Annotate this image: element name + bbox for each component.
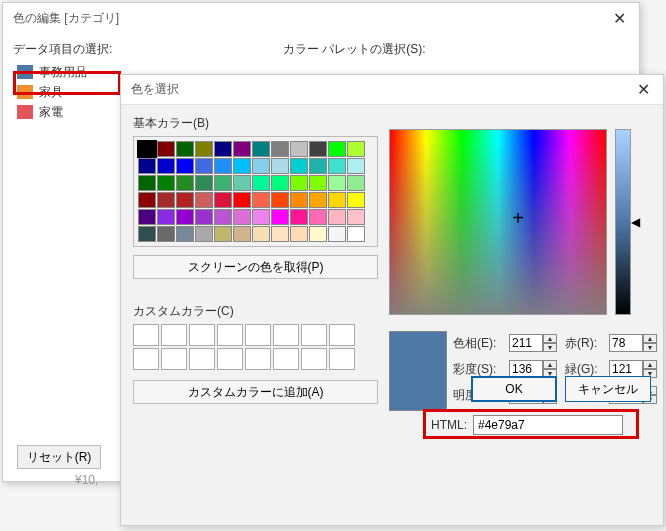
basic-color-swatch[interactable] bbox=[328, 192, 346, 208]
custom-color-slot[interactable] bbox=[273, 348, 299, 370]
basic-color-swatch[interactable] bbox=[157, 141, 175, 157]
basic-color-swatch[interactable] bbox=[271, 158, 289, 174]
basic-color-swatch[interactable] bbox=[328, 175, 346, 191]
basic-color-swatch[interactable] bbox=[309, 192, 327, 208]
basic-color-swatch[interactable] bbox=[252, 209, 270, 225]
spin-down-icon[interactable]: ▼ bbox=[543, 343, 557, 352]
basic-color-swatch[interactable] bbox=[290, 175, 308, 191]
basic-color-swatch[interactable] bbox=[157, 192, 175, 208]
pick-screen-color-button[interactable]: スクリーンの色を取得(P) bbox=[133, 255, 378, 279]
basic-color-swatch[interactable] bbox=[157, 175, 175, 191]
custom-color-slot[interactable] bbox=[273, 324, 299, 346]
custom-color-slot[interactable] bbox=[301, 324, 327, 346]
basic-color-swatch[interactable] bbox=[138, 209, 156, 225]
custom-color-slot[interactable] bbox=[329, 348, 355, 370]
basic-color-swatch[interactable] bbox=[290, 158, 308, 174]
basic-color-swatch[interactable] bbox=[195, 158, 213, 174]
custom-color-slot[interactable] bbox=[329, 324, 355, 346]
basic-color-swatch[interactable] bbox=[214, 141, 232, 157]
html-color-input[interactable] bbox=[473, 415, 623, 435]
basic-color-swatch[interactable] bbox=[195, 209, 213, 225]
basic-color-swatch[interactable] bbox=[347, 192, 365, 208]
basic-color-swatch[interactable] bbox=[252, 141, 270, 157]
custom-color-slot[interactable] bbox=[245, 324, 271, 346]
red-stepper[interactable]: ▲▼ bbox=[609, 334, 657, 352]
basic-color-swatch[interactable] bbox=[271, 192, 289, 208]
basic-color-swatch[interactable] bbox=[271, 209, 289, 225]
basic-color-swatch[interactable] bbox=[195, 226, 213, 242]
hue-stepper[interactable]: ▲▼ bbox=[509, 334, 557, 352]
basic-color-swatch[interactable] bbox=[233, 141, 251, 157]
basic-color-swatch[interactable] bbox=[290, 209, 308, 225]
basic-color-swatch[interactable] bbox=[290, 141, 308, 157]
spin-up-icon[interactable]: ▲ bbox=[543, 360, 557, 369]
basic-color-swatch[interactable] bbox=[347, 209, 365, 225]
basic-color-swatch[interactable] bbox=[328, 141, 346, 157]
add-custom-color-button[interactable]: カスタムカラーに追加(A) bbox=[133, 380, 378, 404]
basic-color-swatch[interactable] bbox=[309, 158, 327, 174]
basic-color-swatch[interactable] bbox=[347, 158, 365, 174]
custom-color-slot[interactable] bbox=[217, 324, 243, 346]
basic-color-swatch[interactable] bbox=[138, 175, 156, 191]
custom-color-slot[interactable] bbox=[133, 348, 159, 370]
basic-color-swatch[interactable] bbox=[214, 158, 232, 174]
custom-color-slot[interactable] bbox=[217, 348, 243, 370]
basic-color-swatch[interactable] bbox=[195, 192, 213, 208]
spin-up-icon[interactable]: ▲ bbox=[643, 360, 657, 369]
custom-color-slot[interactable] bbox=[161, 348, 187, 370]
basic-color-swatch[interactable] bbox=[347, 226, 365, 242]
basic-color-swatch[interactable] bbox=[138, 192, 156, 208]
basic-color-swatch[interactable] bbox=[214, 175, 232, 191]
hue-sat-field[interactable]: + bbox=[389, 129, 607, 315]
custom-color-slot[interactable] bbox=[133, 324, 159, 346]
basic-color-swatch[interactable] bbox=[138, 141, 156, 157]
basic-color-swatch[interactable] bbox=[271, 175, 289, 191]
value-slider[interactable] bbox=[615, 129, 631, 315]
basic-color-swatch[interactable] bbox=[309, 175, 327, 191]
close-icon[interactable]: ✕ bbox=[623, 75, 663, 105]
ok-button[interactable]: OK bbox=[471, 376, 557, 402]
basic-color-swatch[interactable] bbox=[233, 192, 251, 208]
basic-color-swatch[interactable] bbox=[290, 192, 308, 208]
basic-color-swatch[interactable] bbox=[309, 209, 327, 225]
basic-color-swatch[interactable] bbox=[290, 226, 308, 242]
custom-color-slot[interactable] bbox=[245, 348, 271, 370]
basic-color-swatch[interactable] bbox=[252, 158, 270, 174]
basic-color-swatch[interactable] bbox=[176, 141, 194, 157]
basic-color-swatch[interactable] bbox=[176, 158, 194, 174]
basic-color-swatch[interactable] bbox=[309, 141, 327, 157]
red-input[interactable] bbox=[609, 334, 643, 352]
basic-color-swatch[interactable] bbox=[157, 158, 175, 174]
basic-color-swatch[interactable] bbox=[347, 141, 365, 157]
basic-color-swatch[interactable] bbox=[138, 158, 156, 174]
basic-color-swatch[interactable] bbox=[233, 209, 251, 225]
basic-color-swatch[interactable] bbox=[195, 175, 213, 191]
basic-color-swatch[interactable] bbox=[328, 209, 346, 225]
basic-color-swatch[interactable] bbox=[157, 209, 175, 225]
spin-up-icon[interactable]: ▲ bbox=[643, 334, 657, 343]
basic-color-swatch[interactable] bbox=[328, 226, 346, 242]
spin-up-icon[interactable]: ▲ bbox=[543, 334, 557, 343]
basic-color-swatch[interactable] bbox=[176, 175, 194, 191]
custom-color-slot[interactable] bbox=[189, 348, 215, 370]
basic-color-swatch[interactable] bbox=[252, 192, 270, 208]
basic-color-swatch[interactable] bbox=[214, 209, 232, 225]
basic-color-swatch[interactable] bbox=[309, 226, 327, 242]
basic-color-swatch[interactable] bbox=[328, 158, 346, 174]
basic-color-swatch[interactable] bbox=[271, 226, 289, 242]
basic-color-swatch[interactable] bbox=[157, 226, 175, 242]
basic-color-swatch[interactable] bbox=[233, 226, 251, 242]
basic-color-swatch[interactable] bbox=[214, 226, 232, 242]
basic-color-swatch[interactable] bbox=[176, 226, 194, 242]
basic-color-swatch[interactable] bbox=[347, 175, 365, 191]
reset-button[interactable]: リセット(R) bbox=[17, 445, 101, 469]
basic-color-swatch[interactable] bbox=[233, 158, 251, 174]
basic-color-swatch[interactable] bbox=[271, 141, 289, 157]
custom-color-slot[interactable] bbox=[161, 324, 187, 346]
basic-color-swatch[interactable] bbox=[195, 141, 213, 157]
custom-color-slot[interactable] bbox=[189, 324, 215, 346]
basic-color-swatch[interactable] bbox=[214, 192, 232, 208]
cancel-button[interactable]: キャンセル bbox=[565, 376, 651, 402]
custom-color-slot[interactable] bbox=[301, 348, 327, 370]
close-icon[interactable]: ✕ bbox=[599, 3, 639, 33]
